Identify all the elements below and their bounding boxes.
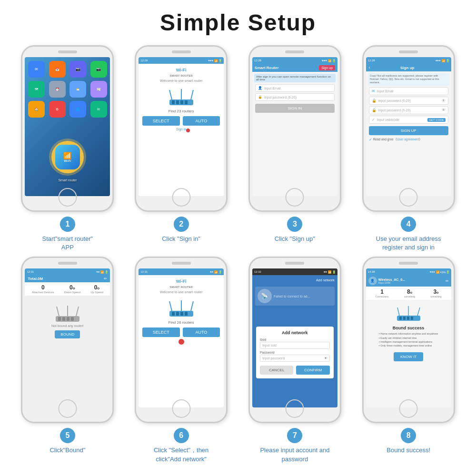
step-badge-5: 5 <box>60 428 75 443</box>
pwd-field-4a[interactable]: 🔒 Input password (6-20) 👁 <box>369 97 448 105</box>
step-5: 12:31 ●●📶🔋 Total.0M ✏ 0 Attached Devices <box>14 257 121 463</box>
ssid-label: Ssid <box>260 338 330 341</box>
screen-8: 14:38 ●●●📶43%🔋 👤 Wireless_AC_0... Kbps:1… <box>366 268 451 407</box>
add-network-dialog: Add network Ssid Input ssid Password Inp… <box>256 327 334 378</box>
router-icon-2 <box>162 85 200 109</box>
password-label: Password <box>260 351 330 354</box>
btn-row-2: SELECT AUTO <box>142 116 220 126</box>
password-input-7[interactable]: Input password 👁 <box>260 355 330 362</box>
phone-5: 12:31 ●●📶🔋 Total.0M ✏ 0 Attached Devices <box>21 257 114 423</box>
page: Simple Setup ✉ 📅 📷 📷 🗺 ⏰ ⛅ <box>0 0 476 476</box>
find-text-2: Find 23 routers <box>169 109 194 113</box>
step-4: 12:28 ●●●📶🔋 ‹ Sign up Copy! Not all mail… <box>355 45 462 252</box>
signin-btn-3[interactable]: SIGN IN <box>255 104 335 113</box>
failed-connect: Failed to connect to ad... <box>274 295 310 298</box>
step-6: 12:31 ●●📶🔋 Wi-FiSMART ROUTER Welcome to … <box>128 257 235 463</box>
wifi-logo-2: Wi-FiSMART ROUTER <box>169 68 192 78</box>
signup-tab[interactable]: Sign up <box>319 65 335 70</box>
select-btn-2[interactable]: SELECT <box>142 116 180 126</box>
step-desc-8: Bound success! <box>387 446 430 455</box>
svg-rect-3 <box>180 100 183 104</box>
auto-btn-2[interactable]: AUTO <box>183 116 220 126</box>
screen2-body: Wi-FiSMART ROUTER Welcome to use smart r… <box>139 64 224 135</box>
add-net-buttons: CANCEL CONFIRM <box>260 366 330 375</box>
step-desc-6: Click "Select"，thenclick"Add network" <box>154 446 208 463</box>
svg-rect-25 <box>399 317 402 320</box>
bound-success-desc: • Home network information anytime and a… <box>377 332 440 347</box>
signin-link[interactable]: Sign in <box>176 128 186 131</box>
phone-6: 12:31 ●●📶🔋 Wi-FiSMART ROUTER Welcome to … <box>135 257 228 423</box>
cancel-btn-7[interactable]: CANCEL <box>260 366 294 375</box>
ssid-input[interactable]: Input ssid <box>260 342 330 349</box>
phone-1: ✉ 📅 📷 📷 🗺 ⏰ ⛅ 📰 🏠 ⚙ 🌐 ✉ <box>21 45 114 212</box>
screen-2: 12:29 ●●●📶🔋 Wi-FiSMART ROUTER Welcome to… <box>139 57 224 196</box>
svg-rect-26 <box>403 317 406 320</box>
stats-row-5: 0 Attached Devices 0o Down Speed 0o Up S… <box>25 282 110 296</box>
email-field-4[interactable]: ✉ Input Email <box>369 87 448 95</box>
step-desc-2: Click "Sign in" <box>162 235 200 243</box>
svg-rect-1 <box>172 100 175 104</box>
svg-rect-2 <box>176 100 179 104</box>
router-name-8: Wireless_AC_0... <box>378 278 405 281</box>
svg-line-23 <box>191 301 193 311</box>
app-label: Smart router <box>58 178 77 182</box>
step-badge-1: 1 <box>60 217 75 232</box>
router-success-icon <box>393 304 424 323</box>
status-bar-6: 12:31 ●●📶🔋 <box>139 268 224 275</box>
step-desc-7: Please input account and password <box>252 446 337 463</box>
step-badge-7: 7 <box>287 428 302 443</box>
phone-4: 12:28 ●●●📶🔋 ‹ Sign up Copy! Not all mail… <box>362 45 455 212</box>
bound-success-text: Bound success <box>393 326 425 330</box>
svg-line-15 <box>76 307 79 316</box>
confirm-btn-7[interactable]: CONFIRM <box>296 366 330 375</box>
validcode-field-4[interactable]: ✓ Input validcode GET CODE <box>369 116 448 124</box>
welcome-text-2: Welcome to use smart router <box>160 79 203 82</box>
phone-7: 12:32 ●●📶🔋 Add network 📡 Failed to conne… <box>248 257 341 423</box>
status-bar-3: 12:28 ●●●📶🔋 <box>252 57 337 64</box>
svg-line-13 <box>57 307 59 316</box>
email-field-3[interactable]: 👤 Input Email <box>255 84 335 92</box>
get-code-btn[interactable]: GET CODE <box>427 118 445 122</box>
svg-rect-18 <box>176 312 179 316</box>
router-icon-6 <box>162 297 200 320</box>
screen-7: 12:32 ●●📶🔋 Add network 📡 Failed to conne… <box>252 268 337 407</box>
svg-line-29 <box>397 307 399 316</box>
pwd-field-4b[interactable]: 🔒 Input password (6-20) 👁 <box>369 106 448 114</box>
page-title: Simple Setup <box>160 10 316 36</box>
screen-5: 12:31 ●●📶🔋 Total.0M ✏ 0 Attached Devices <box>25 268 110 407</box>
select-btn-6[interactable]: SELECT <box>142 327 180 337</box>
screen-1: ✉ 📅 📷 📷 🗺 ⏰ ⛅ 📰 🏠 ⚙ 🌐 ✉ <box>25 57 110 196</box>
step-desc-4: Use your email addressregister and sign … <box>376 235 441 252</box>
step-2: 12:29 ●●●📶🔋 Wi-FiSMART ROUTER Welcome to… <box>128 45 235 252</box>
status-bar-2: 12:29 ●●●📶🔋 <box>139 57 224 64</box>
bound-success-area: Bound success • Home network information… <box>366 300 451 365</box>
add-network-title: Add network <box>260 330 330 335</box>
step-desc-1: Start"smart router"APP <box>42 235 93 252</box>
svg-line-31 <box>417 307 420 316</box>
status-bar-4: 12:28 ●●●📶🔋 <box>366 57 451 64</box>
step-8: 14:38 ●●●📶43%🔋 👤 Wireless_AC_0... Kbps:1… <box>355 257 462 463</box>
not-bound-text: Not bound any router! <box>51 324 84 327</box>
svg-rect-4 <box>185 100 188 104</box>
bound-btn[interactable]: BOUND <box>55 330 80 338</box>
step-7: 12:32 ●●📶🔋 Add network 📡 Failed to conne… <box>242 257 348 463</box>
svg-rect-28 <box>411 317 413 320</box>
svg-rect-10 <box>62 317 65 321</box>
agreement-row: ✓ Read and gree《User agreement》 <box>369 138 448 142</box>
step-1: ✉ 📅 📷 📷 🗺 ⏰ ⛅ 📰 🏠 ⚙ 🌐 ✉ <box>14 45 121 252</box>
signup-note: After sign in you can open remote manage… <box>254 74 336 82</box>
svg-rect-9 <box>58 317 61 321</box>
wifi-logo-6: Wi-FiSMART ROUTER <box>169 279 192 289</box>
not-bound-area: Not bound any router! BOUND <box>25 303 110 338</box>
step-badge-2: 2 <box>174 217 189 232</box>
screen-3: 12:28 ●●●📶🔋 Smart Router Sign up After s… <box>252 57 337 196</box>
router-icon-5 <box>51 303 84 324</box>
svg-line-5 <box>169 90 172 99</box>
status-bar-5: 12:31 ●●📶🔋 <box>25 268 110 275</box>
password-field-3[interactable]: 🔒 Input password (6-20) <box>255 93 335 101</box>
svg-rect-12 <box>71 317 74 321</box>
stats-row-8: 1 Connections 8o something 3o something <box>366 287 451 300</box>
know-it-btn[interactable]: KNOW IT <box>394 352 423 361</box>
signup-btn-4[interactable]: SIGN UP <box>369 126 448 135</box>
auto-btn-6[interactable]: AUTO <box>183 327 220 337</box>
